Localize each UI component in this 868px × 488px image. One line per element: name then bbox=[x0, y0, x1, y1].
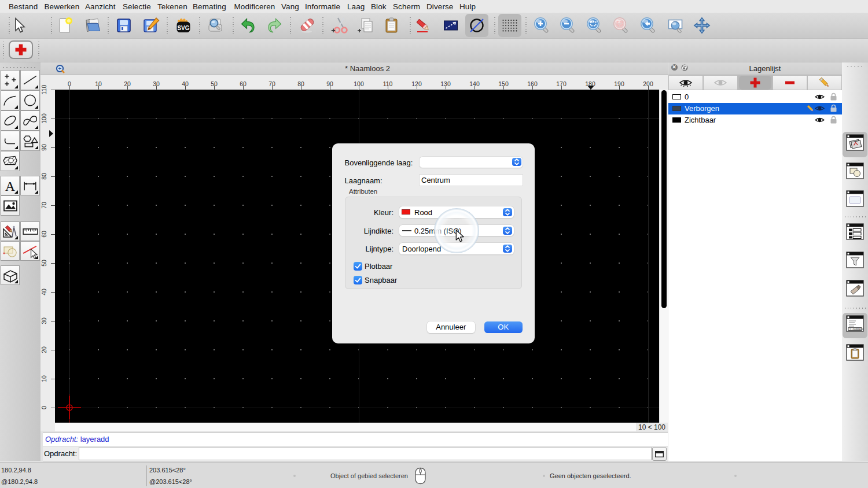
svg-text:> command: > command bbox=[849, 328, 864, 331]
svg-text:SVG: SVG bbox=[177, 25, 189, 31]
